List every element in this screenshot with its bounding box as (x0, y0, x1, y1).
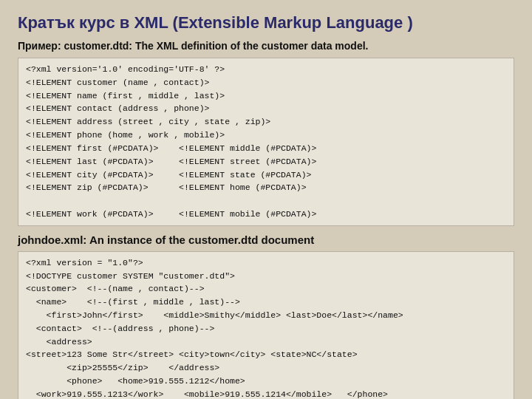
page-title: Кратък курс в XML (Extensible Markup Lan… (18, 13, 514, 33)
section1-subtitle: Пример: customer.dtd: The XML definition… (18, 40, 514, 52)
xml-code-block: <?xml version = "1.0"?> <!DOCTYPE custom… (18, 251, 514, 399)
dtd-code-text: <?xml version='1.0' encoding='UTF-8' ?> … (26, 63, 506, 221)
xml-code-text: <?xml version = "1.0"?> <!DOCTYPE custom… (26, 256, 506, 399)
section2-title: johndoe.xml: An instance of the customer… (18, 233, 514, 246)
page: Кратък курс в XML (Extensible Markup Lan… (0, 0, 532, 399)
dtd-code-block: <?xml version='1.0' encoding='UTF-8' ?> … (18, 58, 514, 226)
